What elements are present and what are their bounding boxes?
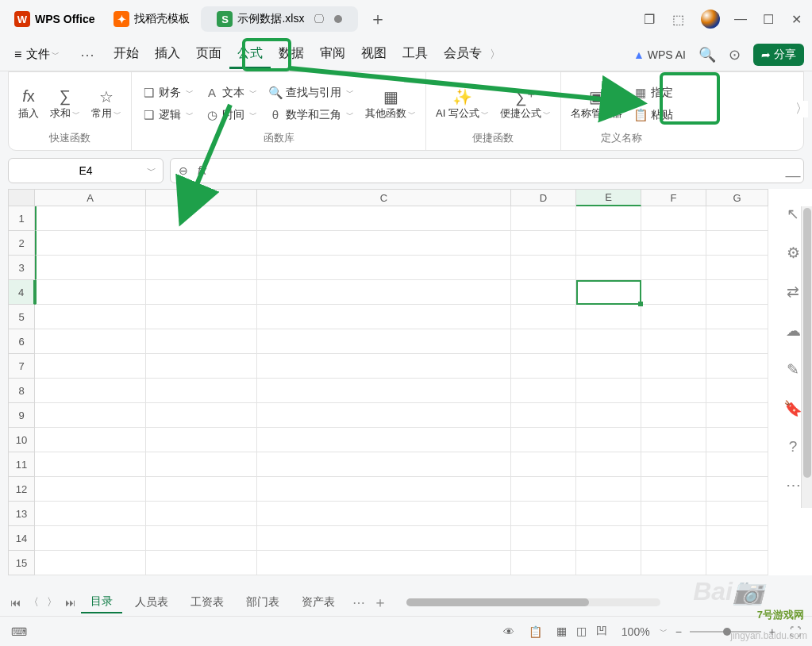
eye-icon[interactable]: 👁: [503, 625, 514, 638]
cell[interactable]: [511, 231, 576, 256]
cell[interactable]: [706, 256, 768, 280]
cell[interactable]: [511, 256, 576, 280]
cell[interactable]: [706, 428, 768, 452]
column-header[interactable]: D: [511, 189, 576, 206]
cell[interactable]: [35, 231, 146, 256]
page-layout-icon[interactable]: ◫: [576, 625, 587, 639]
cell[interactable]: [641, 354, 706, 379]
search-icon[interactable]: 🔍: [698, 46, 716, 63]
tab-review[interactable]: 审阅: [312, 40, 353, 69]
cell[interactable]: [257, 551, 511, 575]
cell[interactable]: [641, 428, 706, 452]
cell[interactable]: [706, 551, 768, 575]
keyboard-icon[interactable]: ⌨: [11, 625, 27, 638]
column-header[interactable]: A: [35, 189, 146, 206]
cell[interactable]: [706, 305, 768, 329]
cell[interactable]: [706, 231, 768, 256]
cell[interactable]: [641, 206, 706, 231]
clipboard-icon[interactable]: 📋: [529, 625, 542, 638]
sheet-tab[interactable]: 部门表: [237, 592, 289, 613]
cell[interactable]: [146, 280, 257, 305]
cell[interactable]: [706, 206, 768, 231]
more-sheets-icon[interactable]: ⋯: [352, 595, 365, 610]
row-header[interactable]: 3: [8, 256, 35, 280]
cell[interactable]: [35, 452, 146, 477]
zoom-out-icon[interactable]: −: [675, 625, 682, 638]
cell[interactable]: [641, 551, 706, 575]
tab-page[interactable]: 页面: [188, 40, 229, 69]
file-menu[interactable]: ≡ 文件 ﹀: [8, 44, 66, 65]
scroll-right-icon[interactable]: 〉: [490, 48, 501, 62]
sheet-tab[interactable]: 人员表: [125, 592, 178, 613]
cell[interactable]: [35, 379, 146, 403]
column-header[interactable]: B: [146, 189, 257, 206]
cell[interactable]: [576, 428, 641, 452]
cell[interactable]: [257, 206, 511, 231]
cell[interactable]: [511, 379, 576, 403]
cube-icon[interactable]: ⬚: [672, 12, 687, 26]
row-header[interactable]: 10: [8, 428, 35, 452]
cell[interactable]: [511, 280, 576, 305]
row-header[interactable]: 14: [8, 526, 35, 551]
cell[interactable]: [511, 526, 576, 551]
tab-formula[interactable]: 公式: [229, 40, 271, 69]
horizontal-scrollbar[interactable]: [406, 598, 660, 606]
cell[interactable]: [576, 280, 641, 305]
lookup-button[interactable]: 🔍查找与引用﹀: [268, 86, 354, 100]
chevron-down-icon[interactable]: ﹀: [147, 164, 156, 178]
cell[interactable]: [146, 551, 257, 575]
cell[interactable]: [146, 428, 257, 452]
cell[interactable]: [35, 428, 146, 452]
last-sheet-icon[interactable]: ⏭: [63, 597, 78, 609]
cell[interactable]: [257, 354, 511, 379]
common-button[interactable]: ☆ 常用﹀: [91, 87, 121, 121]
maximize-icon[interactable]: ☐: [763, 12, 777, 26]
normal-view-icon[interactable]: ▦: [556, 625, 567, 639]
close-window-icon[interactable]: ✕: [791, 12, 806, 26]
formula-input[interactable]: ⊖ fx: [170, 158, 804, 183]
cell[interactable]: [257, 379, 511, 403]
cell[interactable]: [257, 231, 511, 256]
more-icon[interactable]: ⋯: [80, 46, 94, 63]
add-tab-button[interactable]: ＋: [369, 7, 387, 31]
row-header[interactable]: 5: [8, 305, 35, 329]
finance-button[interactable]: ❑财务﹀: [141, 86, 194, 100]
time-button[interactable]: ◷时间﹀: [205, 108, 257, 122]
insert-function-button[interactable]: fx 插入: [18, 87, 39, 121]
cell[interactable]: [641, 452, 706, 477]
cloud-service-icon[interactable]: ☁: [786, 321, 801, 340]
cell[interactable]: [576, 477, 641, 502]
other-functions-button[interactable]: ▦ 其他函数﹀: [365, 87, 416, 121]
restore-down-icon[interactable]: ❐: [644, 12, 658, 26]
paste-button[interactable]: 📋粘贴: [633, 108, 673, 122]
row-header[interactable]: 8: [8, 379, 35, 403]
prev-sheet-icon[interactable]: 〈: [26, 595, 41, 609]
cell[interactable]: [706, 329, 768, 354]
cell[interactable]: [576, 256, 641, 280]
layout-icon[interactable]: ⇄: [787, 283, 799, 301]
close-icon[interactable]: [334, 15, 342, 23]
cell[interactable]: [511, 354, 576, 379]
cell[interactable]: [35, 477, 146, 502]
select-all-corner[interactable]: [8, 189, 35, 206]
tab-view[interactable]: 视图: [353, 40, 394, 69]
cell[interactable]: [35, 526, 146, 551]
cell[interactable]: [641, 305, 706, 329]
cell[interactable]: [511, 403, 576, 428]
tab-tools[interactable]: 工具: [394, 40, 436, 69]
cell[interactable]: [641, 477, 706, 502]
cell[interactable]: [641, 379, 706, 403]
scrollbar-thumb[interactable]: [406, 598, 589, 606]
quick-formula-button[interactable]: ∑⁺ 便捷公式﹀: [500, 87, 551, 121]
settings-icon[interactable]: ⚙: [787, 244, 800, 262]
cell[interactable]: [576, 403, 641, 428]
cell[interactable]: [706, 379, 768, 403]
cell[interactable]: [257, 526, 511, 551]
tab-start[interactable]: 开始: [106, 40, 147, 69]
wps-ai-button[interactable]: ▲ WPS AI: [633, 48, 686, 61]
cell[interactable]: [146, 305, 257, 329]
row-header[interactable]: 9: [8, 403, 35, 428]
row-header[interactable]: 6: [8, 329, 35, 354]
logic-button[interactable]: ❑逻辑﹀: [141, 108, 194, 122]
row-header[interactable]: 13: [8, 502, 35, 526]
